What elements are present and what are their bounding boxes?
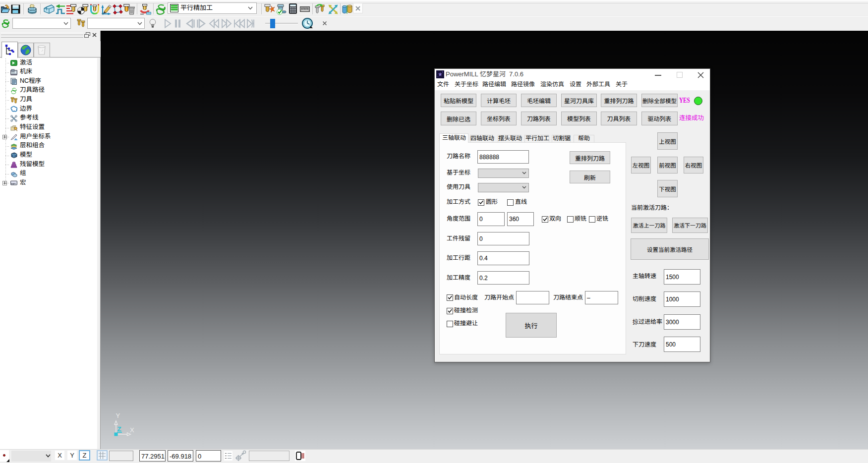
svg-text:Y: Y xyxy=(116,412,120,419)
svg-text:X: X xyxy=(130,426,134,434)
svg-text:Z: Z xyxy=(117,425,121,433)
